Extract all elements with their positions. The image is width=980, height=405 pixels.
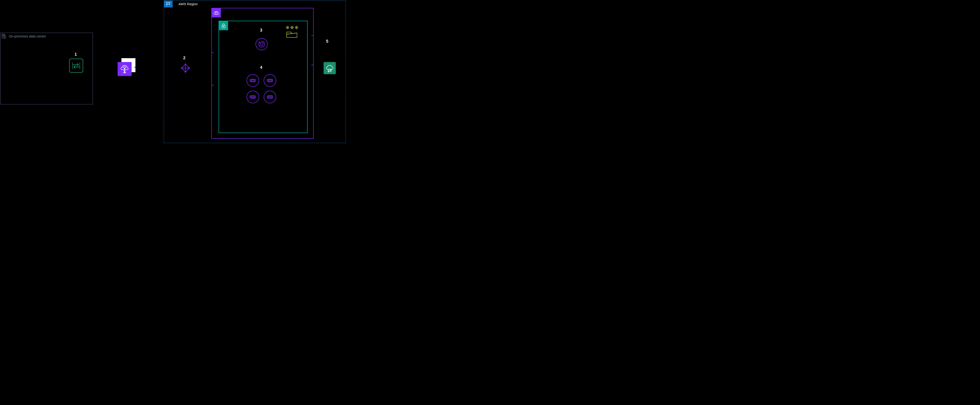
- vpc-cloud-shield-icon: [212, 8, 221, 18]
- card-dash: [134, 67, 138, 67]
- architecture-diagram: On-premises data center 1: [0, 0, 347, 144]
- private-subnet-container: 3: [219, 21, 308, 133]
- svg-rect-3: [3, 35, 4, 35]
- svg-point-25: [287, 27, 288, 28]
- svg-rect-50: [269, 80, 271, 81]
- lock-icon: [219, 21, 228, 30]
- svg-rect-1: [4, 35, 6, 38]
- callout-2: 2: [183, 56, 185, 61]
- svg-rect-4: [3, 35, 3, 36]
- network-interface-icon: [264, 91, 276, 103]
- customer-gateway-icon: [69, 59, 83, 73]
- callout-1: 1: [75, 52, 77, 57]
- callout-5: 5: [326, 39, 328, 44]
- flag-icon: [164, 1, 173, 8]
- network-interface-icon: [264, 74, 276, 87]
- svg-point-29: [296, 27, 297, 28]
- svg-rect-6: [3, 36, 3, 37]
- auto-scaling-group-icon: [285, 25, 300, 39]
- compute-target-icon: [256, 38, 268, 50]
- svg-rect-7: [3, 36, 4, 37]
- svg-rect-56: [251, 96, 255, 98]
- onprem-container: On-premises data center 1: [0, 33, 93, 104]
- svg-rect-43: [252, 80, 254, 81]
- transit-gateway-icon: [180, 63, 191, 73]
- svg-rect-57: [252, 96, 254, 98]
- svg-rect-64: [269, 96, 271, 98]
- svg-rect-63: [268, 96, 272, 98]
- onprem-label: On-premises data center: [9, 34, 46, 38]
- svg-rect-42: [251, 79, 255, 82]
- nat-gateway-icon: [324, 62, 336, 74]
- callout-4: 4: [260, 65, 262, 70]
- vpc-container: 3: [212, 8, 314, 139]
- building-icon: [1, 33, 7, 39]
- svg-rect-49: [268, 79, 272, 82]
- svg-rect-0: [2, 34, 4, 38]
- cloud-tower-icon: [118, 62, 132, 76]
- svg-rect-5: [3, 35, 4, 36]
- aws-region-container: AWS Region 2: [164, 0, 346, 143]
- callout-3: 3: [260, 28, 262, 33]
- svg-point-27: [292, 27, 293, 28]
- region-label: AWS Region: [178, 2, 197, 6]
- svg-rect-2: [3, 35, 3, 35]
- network-interface-icon: [247, 91, 259, 103]
- network-interface-icon: [247, 74, 259, 87]
